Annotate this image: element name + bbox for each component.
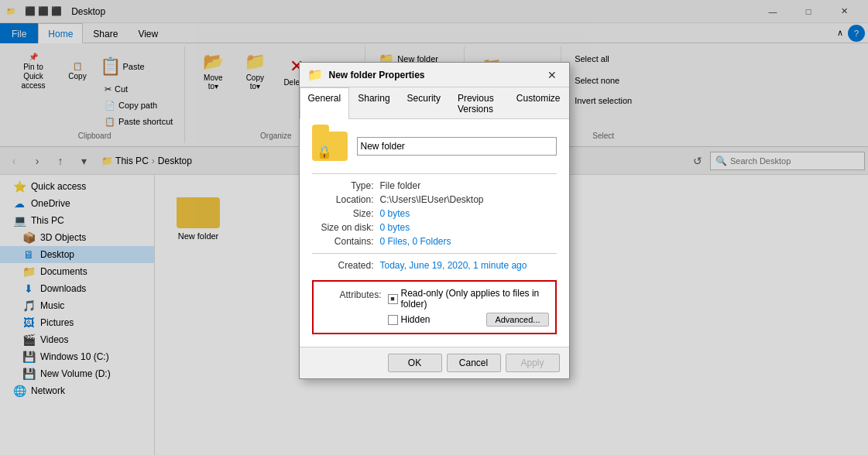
dialog-tab-general[interactable]: General: [300, 87, 350, 119]
dialog-footer: OK Cancel Apply: [300, 347, 569, 378]
dialog-title-text: New folder Properties: [329, 70, 537, 80]
prop-row-location: Location: C:\Users\IEUser\Desktop: [312, 194, 557, 205]
dialog-tab-sharing[interactable]: Sharing: [349, 87, 398, 119]
prop-row-created: Created: Today, June 19, 2020, 1 minute …: [312, 260, 557, 271]
readonly-check-row: ■ Read-only (Only applies to files in fo…: [388, 288, 549, 310]
prop-row-type: Type: File folder: [312, 180, 557, 191]
attr-checks: ■ Read-only (Only applies to files in fo…: [388, 288, 549, 327]
prop-row-size-on-disk: Size on disk: 0 bytes: [312, 222, 557, 233]
apply-button[interactable]: Apply: [506, 354, 560, 372]
cancel-button[interactable]: Cancel: [447, 354, 501, 372]
hidden-checkbox[interactable]: [388, 315, 398, 325]
dialog-tab-security[interactable]: Security: [399, 87, 449, 119]
dialog-folder-header: 🔒: [312, 132, 557, 161]
dialog-title-icon: 📁: [307, 67, 323, 82]
dialog-overlay: 📁 New folder Properties ✕ General Sharin…: [0, 0, 868, 455]
dialog-tabs: General Sharing Security Previous Versio…: [300, 87, 569, 119]
attr-row: Attributes: ■ Read-only (Only applies to…: [320, 288, 549, 327]
prop-row-size: Size: 0 bytes: [312, 208, 557, 219]
prop-row-contains: Contains: 0 Files, 0 Folders: [312, 236, 557, 247]
dialog-tab-previous-versions[interactable]: Previous Versions: [449, 87, 508, 119]
readonly-checkbox[interactable]: ■: [388, 294, 398, 304]
attributes-section: Attributes: ■ Read-only (Only applies to…: [312, 280, 557, 334]
hidden-check-row: Hidden Advanced...: [388, 313, 549, 327]
dialog-folder-icon: 🔒: [312, 132, 348, 161]
dialog-title-bar: 📁 New folder Properties ✕: [300, 63, 569, 87]
dialog-tab-customize[interactable]: Customize: [508, 87, 569, 119]
folder-name-input[interactable]: [357, 137, 557, 156]
ok-button[interactable]: OK: [388, 354, 442, 372]
properties-dialog: 📁 New folder Properties ✕ General Sharin…: [299, 62, 570, 379]
dialog-close-button[interactable]: ✕: [543, 66, 561, 84]
advanced-button[interactable]: Advanced...: [486, 313, 548, 327]
dialog-body: 🔒 Type: File folder Location: C:\Users\I…: [300, 119, 569, 347]
